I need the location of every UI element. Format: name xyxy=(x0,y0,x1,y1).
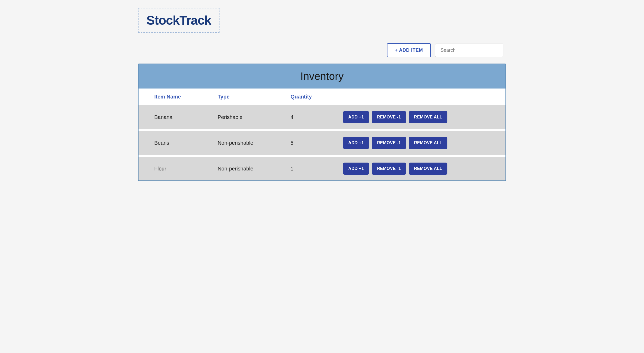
action-buttons: ADD +1 REMOVE -1 REMOVE ALL xyxy=(343,111,498,123)
remove-all-button[interactable]: REMOVE ALL xyxy=(409,111,447,123)
add-one-button[interactable]: ADD +1 xyxy=(343,163,369,175)
page-wrapper: StockTrack + ADD ITEM Inventory Item Nam… xyxy=(138,5,506,181)
inventory-table: Item Name Type Quantity Banana Perishabl… xyxy=(139,89,505,180)
cell-actions: ADD +1 REMOVE -1 REMOVE ALL xyxy=(335,130,505,156)
cell-type: Perishable xyxy=(210,105,283,130)
cell-type: Non-perishable xyxy=(210,156,283,180)
action-buttons: ADD +1 REMOVE -1 REMOVE ALL xyxy=(343,137,498,149)
remove-all-button[interactable]: REMOVE ALL xyxy=(409,137,447,149)
col-header-type: Type xyxy=(210,89,283,105)
cell-actions: ADD +1 REMOVE -1 REMOVE ALL xyxy=(335,105,505,130)
table-row: Flour Non-perishable 1 ADD +1 REMOVE -1 … xyxy=(139,156,505,180)
top-bar: + ADD ITEM xyxy=(138,43,506,57)
inventory-title: Inventory xyxy=(139,64,505,89)
inventory-container: Inventory Item Name Type Quantity Banana… xyxy=(138,64,506,181)
add-one-button[interactable]: ADD +1 xyxy=(343,137,369,149)
cell-actions: ADD +1 REMOVE -1 REMOVE ALL xyxy=(335,156,505,180)
col-header-actions xyxy=(335,89,505,105)
col-header-name: Item Name xyxy=(139,89,210,105)
cell-name: Banana xyxy=(139,105,210,130)
cell-quantity: 5 xyxy=(283,130,335,156)
cell-quantity: 1 xyxy=(283,156,335,180)
remove-one-button[interactable]: REMOVE -1 xyxy=(372,137,406,149)
action-buttons: ADD +1 REMOVE -1 REMOVE ALL xyxy=(343,163,498,175)
col-header-quantity: Quantity xyxy=(283,89,335,105)
remove-one-button[interactable]: REMOVE -1 xyxy=(372,111,406,123)
add-item-button[interactable]: + ADD ITEM xyxy=(387,43,431,57)
cell-name: Flour xyxy=(139,156,210,180)
table-wrapper: Item Name Type Quantity Banana Perishabl… xyxy=(139,89,505,180)
table-header-row: Item Name Type Quantity xyxy=(139,89,505,105)
remove-all-button[interactable]: REMOVE ALL xyxy=(409,163,447,175)
cell-name: Beans xyxy=(139,130,210,156)
table-row: Beans Non-perishable 5 ADD +1 REMOVE -1 … xyxy=(139,130,505,156)
add-one-button[interactable]: ADD +1 xyxy=(343,111,369,123)
logo-container: StockTrack xyxy=(138,8,219,33)
table-row: Banana Perishable 4 ADD +1 REMOVE -1 REM… xyxy=(139,105,505,130)
app-logo: StockTrack xyxy=(146,13,211,27)
remove-one-button[interactable]: REMOVE -1 xyxy=(372,163,406,175)
search-input[interactable] xyxy=(435,44,503,57)
cell-quantity: 4 xyxy=(283,105,335,130)
cell-type: Non-perishable xyxy=(210,130,283,156)
